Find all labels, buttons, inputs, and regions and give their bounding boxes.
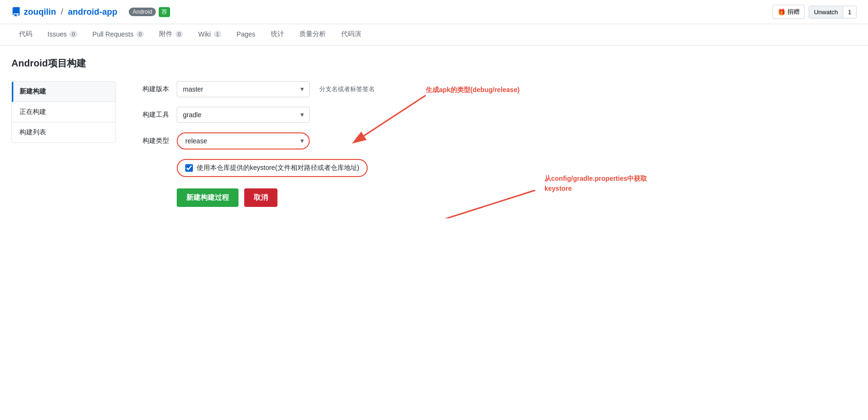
build-tool-select-wrapper: gradle maven ant ▼	[177, 107, 310, 123]
tab-quality[interactable]: 质量分析	[292, 24, 334, 45]
keystore-checkbox-row: 使用本仓库提供的keystore(文件相对路径或者仓库地址)	[177, 159, 559, 177]
build-version-hint: 分支名或者标签签名	[319, 85, 375, 93]
header: zouqilin / android-app Android 荐 🎁 捐赠 Un…	[0, 0, 868, 24]
donate-button[interactable]: 🎁 捐赠	[773, 5, 805, 19]
keystore-checkbox[interactable]	[185, 164, 193, 172]
page-title: Android项目构建	[11, 57, 559, 70]
build-version-row: 构建版本 master develop release ▼ 分支名或者标签签名	[131, 81, 559, 97]
sidebar-item-new-build[interactable]: 新建构建	[12, 82, 115, 102]
tab-stats[interactable]: 统计	[263, 24, 292, 45]
gift-icon: 🎁	[778, 9, 785, 16]
watch-group: Unwatch 1	[809, 6, 857, 19]
main-content: Android项目构建 新建构建 正在构建 构建列表 构建版本 master d…	[0, 46, 570, 218]
android-badge: Android	[129, 8, 156, 16]
form-area: 构建版本 master develop release ▼ 分支名或者标签签名 …	[131, 81, 559, 207]
build-tool-select[interactable]: gradle maven ant	[177, 107, 310, 123]
tab-attachments[interactable]: 附件 0	[152, 24, 191, 45]
repo-user: zouqilin	[24, 7, 56, 17]
keystore-checkbox-label: 使用本仓库提供的keystore(文件相对路径或者仓库地址)	[197, 164, 359, 172]
sidebar-item-building[interactable]: 正在构建	[12, 102, 115, 122]
recommend-badge: 荐	[159, 7, 170, 17]
build-type-select-wrapper: release debug ▼	[177, 132, 310, 149]
build-type-label: 构建类型	[131, 137, 169, 145]
repo-icon	[11, 7, 21, 17]
build-tool-row: 构建工具 gradle maven ant ▼	[131, 107, 559, 123]
tab-code-review[interactable]: 代码演	[334, 24, 369, 45]
tab-pages[interactable]: Pages	[229, 24, 263, 45]
build-version-select[interactable]: master develop release	[177, 81, 310, 97]
sidebar-item-build-list[interactable]: 构建列表	[12, 122, 115, 142]
annotation2-text: 从config/gradle.properties中获取keystore	[544, 174, 647, 194]
nav-tabs: 代码 Issues 0 Pull Requests 0 附件 0 Wiki 1 …	[0, 24, 868, 46]
build-type-select[interactable]: release debug	[177, 132, 310, 149]
build-tool-label: 构建工具	[131, 111, 169, 119]
repo-link[interactable]: zouqilin / android-app	[11, 7, 117, 17]
tab-pull-requests[interactable]: Pull Requests 0	[85, 24, 152, 45]
tab-wiki[interactable]: Wiki 1	[191, 24, 229, 45]
watch-count[interactable]: 1	[843, 6, 857, 19]
tab-issues[interactable]: Issues 0	[40, 24, 85, 45]
build-type-row: 构建类型 release debug ▼	[131, 132, 559, 149]
keystore-checkbox-wrapper[interactable]: 使用本仓库提供的keystore(文件相对路径或者仓库地址)	[177, 159, 368, 177]
header-actions: 🎁 捐赠 Unwatch 1	[773, 5, 857, 19]
build-version-label: 构建版本	[131, 85, 169, 93]
build-version-select-wrapper: master develop release ▼	[177, 81, 310, 97]
repo-name: android-app	[68, 7, 117, 17]
form-buttons: 新建构建过程 取消	[177, 188, 559, 207]
cancel-button[interactable]: 取消	[244, 188, 277, 207]
slash: /	[61, 7, 63, 17]
tab-code[interactable]: 代码	[11, 24, 40, 45]
sidebar: 新建构建 正在构建 构建列表	[11, 81, 116, 143]
submit-button[interactable]: 新建构建过程	[177, 188, 238, 207]
watch-button[interactable]: Unwatch	[809, 6, 843, 19]
layout: 新建构建 正在构建 构建列表 构建版本 master develop relea…	[11, 81, 559, 207]
